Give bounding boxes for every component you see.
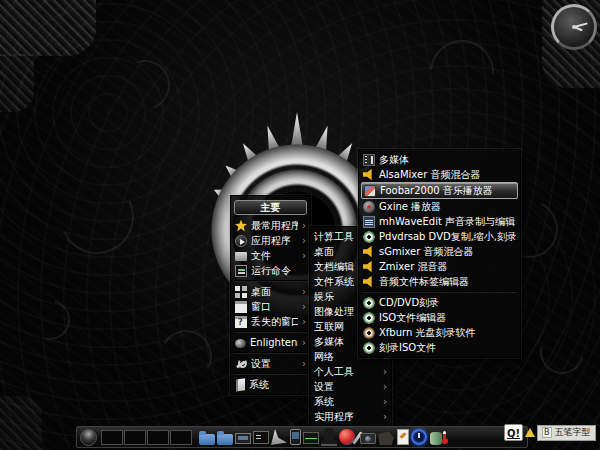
menu-item[interactable]: 桌面› — [231, 284, 310, 299]
power-icon[interactable] — [411, 429, 427, 445]
analog-clock[interactable] — [551, 4, 597, 50]
menu-item[interactable]: mhWaveEdit 声音录制与编辑 — [359, 214, 520, 229]
menu-title: 主要 — [234, 200, 307, 215]
scope-icon[interactable] — [303, 432, 319, 444]
menu-item[interactable]: 音频文件标签编辑器 — [359, 274, 520, 289]
wallpaper-ornament — [23, 293, 78, 348]
pager-desktop[interactable] — [147, 430, 169, 445]
menu-item-label: 刻录ISO文件 — [379, 341, 436, 355]
menu-item-label: 丢失的窗口 — [251, 315, 298, 329]
menu-item-label: ISO文件编辑器 — [379, 311, 446, 325]
pager-desktop[interactable] — [124, 430, 146, 445]
submenu-arrow-icon: › — [302, 317, 306, 327]
media-icon — [363, 154, 375, 166]
menu-item[interactable]: Gxine 播放器 — [359, 199, 520, 214]
menu-item[interactable]: 窗口› — [231, 299, 310, 314]
menu-item[interactable]: 设置› — [231, 356, 310, 371]
thermometer-icon[interactable] — [443, 431, 446, 444]
submenu-arrow-icon: › — [302, 221, 306, 231]
submenu-arrow-icon: › — [302, 302, 306, 312]
wallpaper-ornament — [50, 170, 145, 265]
disc-icon — [363, 312, 375, 324]
menu-item[interactable]: 运行命令 — [231, 263, 310, 278]
virtual-desktop-pager[interactable] — [101, 430, 192, 445]
settings-icon — [235, 358, 247, 370]
menu-separator — [234, 373, 307, 375]
menu-separator — [234, 280, 307, 282]
menu-item[interactable]: Pdvdrsab DVD复制,缩小,刻录 — [359, 229, 520, 244]
menu-item[interactable]: 应用程序› — [231, 233, 310, 248]
clock-center-dot — [572, 25, 576, 29]
menu-item-label: Pdvdrsab DVD复制,缩小,刻录 — [379, 230, 516, 244]
menu-item[interactable]: 设置› — [310, 379, 391, 394]
submenu-arrow-icon: › — [302, 236, 306, 246]
menu-item-label: 应用程序 — [251, 234, 291, 248]
menu-item-label: AlsaMixer 音频混合器 — [379, 168, 480, 182]
wallpaper-ornament — [532, 322, 592, 382]
input-method-strip[interactable]: B 五笔字型 — [537, 425, 596, 441]
folder-icon[interactable] — [217, 434, 233, 445]
desktop-icon — [235, 286, 247, 298]
files-icon — [235, 252, 247, 261]
pager-desktop[interactable] — [101, 430, 123, 445]
mhwaveedit-icon — [363, 216, 375, 228]
menu-item-label: mhWaveEdit 声音录制与编辑 — [379, 215, 515, 229]
menu-item-label: Enlightenment — [250, 337, 298, 348]
menu-item[interactable]: 系统› — [310, 394, 391, 409]
menu-separator — [234, 331, 307, 333]
trash-icon[interactable] — [430, 432, 442, 445]
pda-icon[interactable] — [290, 429, 301, 445]
menu-item[interactable]: AlsaMixer 音频混合器 — [359, 167, 520, 182]
menu-item[interactable]: Xfburn 光盘刻录软件 — [359, 325, 520, 340]
menu-separator — [234, 352, 307, 354]
run-command-icon — [235, 265, 247, 277]
menu-item[interactable]: Enlightenment› — [231, 335, 310, 350]
camera-icon[interactable] — [360, 433, 376, 444]
menu-item[interactable]: 个人工具› — [310, 364, 391, 379]
display-icon[interactable] — [235, 433, 251, 444]
terminal-icon[interactable] — [253, 431, 269, 444]
menu-item[interactable]: sGmixer 音频混合器 — [359, 244, 520, 259]
enlightenment-start-button[interactable] — [80, 429, 97, 446]
menu-item[interactable]: 丢失的窗口› — [231, 314, 310, 329]
menu-item[interactable]: CD/DVD刻录 — [359, 295, 520, 310]
menu-item[interactable]: Zmixer 混音器 — [359, 259, 520, 274]
gxine-icon — [363, 201, 375, 213]
menu-item-label: 网络 — [314, 350, 334, 364]
menu-item-label: 窗口 — [251, 300, 271, 314]
folder-icon[interactable] — [199, 434, 215, 445]
menu-item-label: Foobar2000 音乐播放器 — [380, 184, 493, 198]
text-editor-icon[interactable] — [397, 429, 409, 445]
menu-item-label: 多媒体 — [379, 153, 409, 167]
cart-icon[interactable] — [378, 429, 394, 445]
input-method-triangle-icon[interactable] — [525, 428, 535, 437]
menu-item[interactable]: 刻录ISO文件 — [359, 340, 520, 355]
speaker-icon — [363, 169, 375, 181]
disc-icon — [363, 231, 375, 243]
menu-item-label: Zmixer 混音器 — [379, 260, 447, 274]
menu-item[interactable]: 实用程序› — [310, 409, 391, 424]
knife-icon[interactable] — [271, 429, 287, 445]
menu-item[interactable]: 多媒体 — [359, 152, 520, 167]
menu-item-label: 桌面 — [251, 285, 271, 299]
menu-item[interactable]: Foobar2000 音乐播放器 — [361, 182, 518, 199]
magic-hat-icon[interactable] — [321, 428, 337, 446]
pager-desktop[interactable] — [170, 430, 192, 445]
menu-item[interactable]: ISO文件编辑器 — [359, 310, 520, 325]
speaker-icon — [363, 246, 375, 258]
menu-item-label: 系统 — [249, 378, 269, 392]
menu-item-label: 桌面 — [314, 245, 334, 259]
menu-item-label: 互联网 — [314, 320, 344, 334]
popup-menu-multimedia: 多媒体AlsaMixer 音频混合器Foobar2000 音乐播放器Gxine … — [358, 149, 521, 358]
menu-item[interactable]: 文件› — [231, 248, 310, 263]
input-method-logo[interactable]: Q! — [504, 424, 523, 441]
menu-item[interactable]: 系统 — [231, 377, 310, 392]
submenu-arrow-icon: › — [302, 338, 306, 348]
disc-icon — [363, 297, 375, 309]
foobar2000-icon — [364, 185, 376, 197]
menu-item[interactable]: 最常用程序› — [231, 218, 310, 233]
menu-item-label: Xfburn 光盘刻录软件 — [379, 326, 476, 340]
input-method-label: 五笔字型 — [555, 426, 591, 439]
menu-item-label: 系统 — [314, 395, 334, 409]
menu-item-label: 图像处理 — [314, 305, 354, 319]
